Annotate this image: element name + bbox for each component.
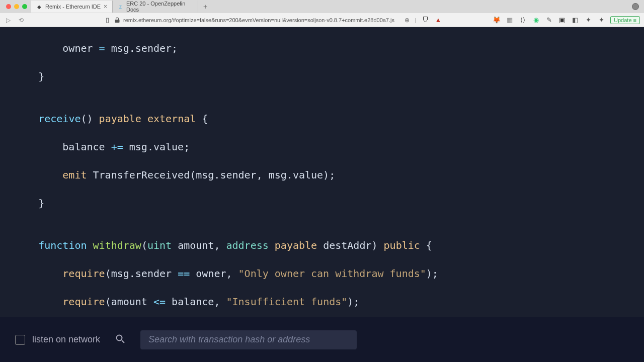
ext-metamask-icon[interactable]: 🦊 (493, 16, 501, 24)
ext-icon-2[interactable]: ▦ (506, 16, 514, 24)
ext-icon-6[interactable]: ▣ (558, 16, 566, 24)
address-bar[interactable]: remix.ethereum.org/#optimize=false&runs=… (114, 17, 399, 23)
ext-icon-3[interactable]: ⟨⟩ (519, 16, 527, 24)
listen-checkbox[interactable] (15, 335, 25, 345)
search-icon[interactable] (115, 334, 125, 346)
window-controls (2, 4, 31, 9)
tab-remix[interactable]: ◆ Remix - Ethereum IDE × (31, 1, 113, 13)
lock-icon (114, 17, 120, 23)
close-tab-icon[interactable]: × (104, 3, 107, 10)
zoom-icon[interactable]: ⊕ (405, 17, 410, 24)
terminal-panel: listen on network (0, 317, 644, 362)
close-window[interactable] (6, 4, 11, 9)
svg-line-1 (122, 340, 124, 343)
reload-button[interactable]: ⟲ (17, 16, 25, 24)
listen-label: listen on network (32, 334, 100, 345)
search-input[interactable] (140, 330, 357, 349)
extension-icons: ⊕ | ⛉ ▲ 🦊 ▦ ⟨⟩ ◉ ✎ ▣ ◧ ✦ ✦ Update ≡ (405, 16, 640, 24)
ext-icon-4[interactable]: ◉ (532, 16, 540, 24)
tab-title: Remix - Ethereum IDE (45, 4, 101, 10)
tab-openzeppelin[interactable]: z ERC 20 - OpenZeppelin Docs (113, 1, 198, 13)
url-text: remix.ethereum.org/#optimize=false&runs=… (123, 17, 394, 23)
tab-title: ERC 20 - OpenZeppelin Docs (126, 1, 193, 13)
code-editor[interactable]: owner = msg.sender; } receive() payable … (0, 27, 644, 317)
browser-tab-strip: ◆ Remix - Ethereum IDE × z ERC 20 - Open… (0, 0, 644, 13)
extensions-menu-icon[interactable]: ✦ (597, 16, 605, 24)
ext-icon-5[interactable]: ✎ (545, 16, 553, 24)
back-button[interactable]: ▷ (4, 16, 12, 24)
ext-icon-7[interactable]: ◧ (571, 16, 579, 24)
svg-point-0 (117, 335, 122, 340)
update-button[interactable]: Update ≡ (610, 16, 640, 24)
shield-icon[interactable]: ⛉ (421, 16, 429, 24)
maximize-window[interactable] (22, 4, 27, 9)
remix-favicon-icon: ◆ (36, 4, 42, 10)
ext-icon-8[interactable]: ✦ (584, 16, 592, 24)
warning-icon[interactable]: ▲ (434, 16, 442, 24)
browser-toolbar: ▷ ⟲ ▯ remix.ethereum.org/#optimize=false… (0, 13, 644, 27)
profile-avatar[interactable] (632, 3, 639, 10)
oz-favicon-icon: z (118, 4, 123, 10)
new-tab-button[interactable]: + (198, 3, 212, 11)
bookmark-icon[interactable]: ▯ (106, 16, 109, 24)
minimize-window[interactable] (14, 4, 19, 9)
